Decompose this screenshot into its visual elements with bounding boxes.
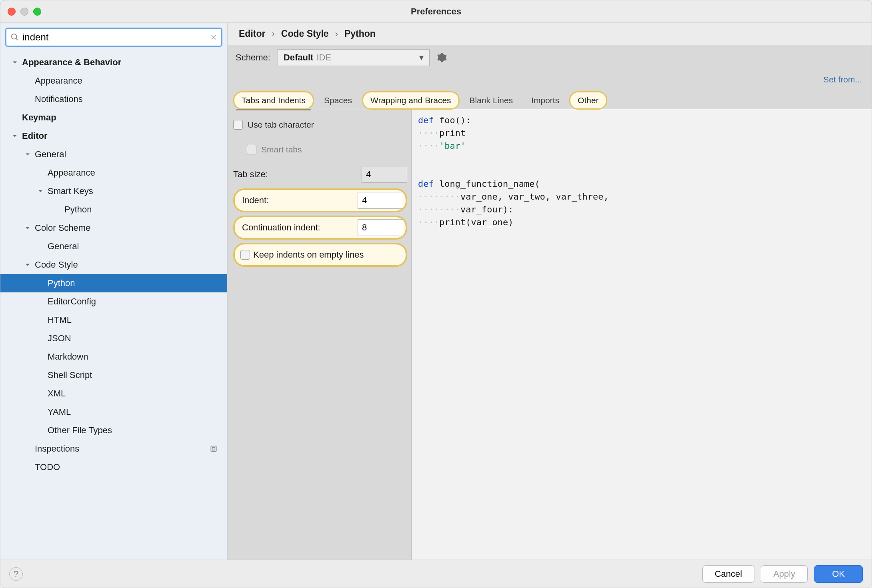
- tab-imports[interactable]: Imports: [523, 91, 568, 110]
- tab-size-row: Tab size:: [233, 164, 407, 185]
- set-from-row: Set from...: [228, 70, 872, 89]
- tree-item-other-file-types[interactable]: Other File Types: [0, 421, 227, 440]
- use-tab-row[interactable]: Use tab character: [233, 114, 407, 136]
- tree-item-label: EditorConfig: [48, 296, 96, 307]
- svg-line-1: [16, 38, 18, 40]
- chevron-down-icon[interactable]: [36, 187, 44, 195]
- continuation-indent-input[interactable]: [358, 219, 403, 236]
- scheme-value: Default: [284, 52, 314, 62]
- apply-button[interactable]: Apply: [761, 565, 808, 583]
- indent-input[interactable]: [358, 192, 403, 209]
- tree-item-label: Other File Types: [48, 425, 112, 436]
- tree-item-shell-script[interactable]: Shell Script: [0, 366, 227, 384]
- chevron-down-icon[interactable]: [11, 132, 19, 140]
- tree-item-label: YAML: [48, 407, 71, 417]
- chevron-down-icon[interactable]: [24, 150, 32, 158]
- window-title: Preferences: [411, 6, 461, 17]
- traffic-lights: [8, 8, 41, 16]
- chevron-down-icon[interactable]: [11, 58, 19, 66]
- tree-item-json[interactable]: JSON: [0, 329, 227, 348]
- tree-item-label: Markdown: [48, 352, 88, 362]
- tree-item-code-style[interactable]: Code Style: [0, 256, 227, 274]
- tree-item-color-scheme[interactable]: Color Scheme: [0, 219, 227, 237]
- tree-item-label: Python: [64, 204, 92, 215]
- help-button[interactable]: ?: [9, 567, 23, 581]
- tab-blank-lines[interactable]: Blank Lines: [461, 91, 522, 110]
- tree-item-appearance-behavior[interactable]: Appearance & Behavior: [0, 53, 227, 72]
- smart-tabs-checkbox: [247, 145, 256, 154]
- tree-item-todo[interactable]: TODO: [0, 458, 227, 476]
- tree-item-label: Shell Script: [48, 370, 92, 380]
- breadcrumb-item[interactable]: Editor: [239, 28, 265, 39]
- continuation-indent-label: Continuation indent:: [237, 222, 358, 233]
- cancel-button[interactable]: Cancel: [702, 565, 754, 583]
- window-close-button[interactable]: [8, 8, 16, 16]
- breadcrumb-sep: ›: [272, 29, 274, 39]
- smart-tabs-label: Smart tabs: [261, 145, 302, 154]
- tree-item-label: Notifications: [35, 94, 83, 104]
- scheme-row: Scheme: DefaultIDE ▾: [228, 45, 872, 70]
- footer: ? Cancel Apply OK: [0, 560, 872, 588]
- window-minimize-button[interactable]: [20, 8, 28, 16]
- tree-item-notifications[interactable]: Notifications: [0, 90, 227, 108]
- tree-item-label: Appearance: [48, 168, 95, 178]
- titlebar: Preferences: [0, 0, 872, 23]
- scheme-dropdown[interactable]: DefaultIDE ▾: [278, 49, 430, 66]
- tab-other[interactable]: Other: [569, 91, 607, 110]
- main-panel: Editor › Code Style › Python Scheme: Def…: [228, 23, 872, 560]
- keep-indents-label: Keep indents on empty lines: [250, 250, 403, 260]
- tree-item-label: General: [35, 149, 66, 160]
- breadcrumb-item[interactable]: Python: [344, 28, 376, 39]
- tree-item-editor[interactable]: Editor: [0, 127, 227, 145]
- tree-item-keymap[interactable]: Keymap: [0, 108, 227, 127]
- tree-item-label: Code Style: [35, 260, 78, 270]
- tree-item-yaml[interactable]: YAML: [0, 403, 227, 421]
- tab-size-input[interactable]: [362, 166, 407, 183]
- window-zoom-button[interactable]: [33, 8, 41, 16]
- search-field[interactable]: [5, 28, 222, 47]
- tree-item-general[interactable]: General: [0, 237, 227, 256]
- ok-button[interactable]: OK: [814, 565, 863, 583]
- code-preview: def foo(): ····print ····'bar' def long_…: [412, 109, 872, 560]
- tab-tabs-and-indents[interactable]: Tabs and Indents: [233, 91, 314, 110]
- indent-settings-form: Use tab character Smart tabs Tab size: I…: [228, 109, 412, 560]
- keep-indents-checkbox[interactable]: [240, 250, 250, 260]
- svg-rect-4: [211, 446, 216, 451]
- tab-wrapping-and-braces[interactable]: Wrapping and Braces: [362, 91, 460, 110]
- tree-item-label: General: [48, 241, 79, 252]
- tree-item-editorconfig[interactable]: EditorConfig: [0, 292, 227, 311]
- tab-size-label: Tab size:: [233, 169, 357, 180]
- tree-item-smart-keys[interactable]: Smart Keys: [0, 182, 227, 200]
- tree-item-label: XML: [48, 388, 66, 399]
- set-from-link[interactable]: Set from...: [823, 75, 862, 84]
- chevron-down-icon[interactable]: [24, 224, 32, 232]
- chevron-down-icon[interactable]: [24, 261, 32, 269]
- continuation-indent-row-highlight: Continuation indent:: [233, 216, 407, 240]
- tree-item-label: Appearance & Behavior: [22, 57, 121, 68]
- tree-item-appearance[interactable]: Appearance: [0, 72, 227, 90]
- tree-item-python[interactable]: Python: [0, 274, 227, 292]
- tree-item-label: Smart Keys: [48, 186, 93, 196]
- tree-item-xml[interactable]: XML: [0, 384, 227, 403]
- tree-item-inspections[interactable]: Inspections: [0, 440, 227, 458]
- breadcrumb-item[interactable]: Code Style: [281, 28, 329, 39]
- tree-item-label: HTML: [48, 315, 72, 325]
- tree-item-markdown[interactable]: Markdown: [0, 348, 227, 366]
- tree-item-label: TODO: [35, 462, 60, 472]
- tree-item-python[interactable]: Python: [0, 200, 227, 219]
- tree-item-html[interactable]: HTML: [0, 311, 227, 329]
- search-icon: [10, 33, 19, 42]
- search-input[interactable]: [22, 32, 207, 43]
- settings-tree: Appearance & BehaviorAppearanceNotificat…: [0, 52, 227, 560]
- tree-item-general[interactable]: General: [0, 145, 227, 164]
- tree-item-appearance[interactable]: Appearance: [0, 164, 227, 182]
- svg-point-0: [12, 34, 17, 39]
- tab-spaces[interactable]: Spaces: [316, 91, 360, 110]
- sidebar: Appearance & BehaviorAppearanceNotificat…: [0, 23, 228, 560]
- clear-search-icon[interactable]: [210, 34, 217, 41]
- dropdown-icon: ▾: [419, 52, 424, 63]
- keep-indents-row-highlight[interactable]: Keep indents on empty lines: [233, 243, 407, 267]
- tree-item-label: Keymap: [22, 112, 56, 123]
- use-tab-checkbox[interactable]: [233, 120, 243, 130]
- gear-icon[interactable]: [437, 52, 447, 63]
